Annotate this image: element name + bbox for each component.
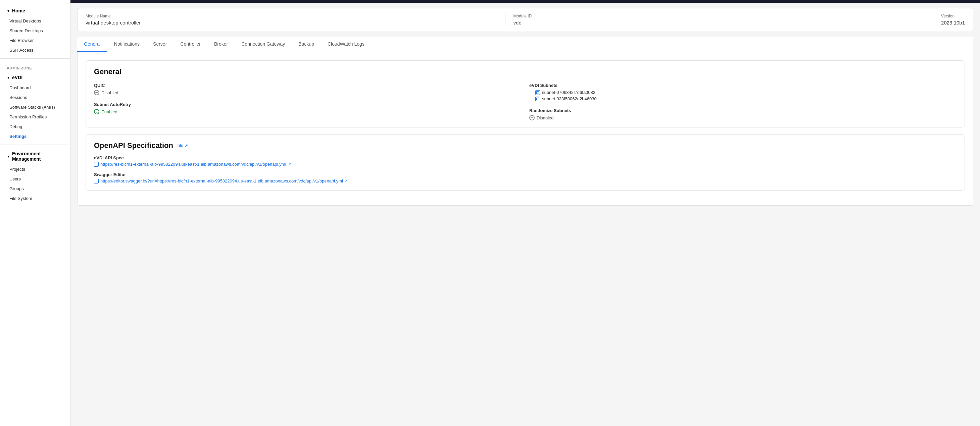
module-name-label: Module Name xyxy=(86,14,497,19)
openapi-title: OpenAPI Specification Info ↗ xyxy=(94,141,956,150)
evdi-subnets-field: eVDI Subnets subnet-0706342f7d6fa0082 su… xyxy=(529,83,956,101)
sidebar-item-shared-desktops[interactable]: Shared Desktops xyxy=(0,26,70,35)
tab-notifications[interactable]: Notifications xyxy=(107,37,146,52)
general-fields-grid: QUIC Disabled Subnet AutoRetry ✓ Enabled xyxy=(94,83,956,121)
subnet-item-0: subnet-0706342f7d6fa0082 xyxy=(535,90,956,95)
openapi-title-text: OpenAPI Specification xyxy=(94,141,173,150)
module-info-card: Module Name virtual-desktop-controller M… xyxy=(77,8,973,31)
openapi-section-card: OpenAPI Specification Info ↗ eVDI API Sp… xyxy=(86,134,965,191)
subnet-autoretry-field: Subnet AutoRetry ✓ Enabled xyxy=(94,102,521,114)
tab-broker[interactable]: Broker xyxy=(207,37,235,52)
main-content: Module Name virtual-desktop-controller M… xyxy=(70,0,980,426)
subnet-icon-1 xyxy=(535,97,540,101)
openapi-info-badge[interactable]: Info ↗ xyxy=(177,143,188,148)
sidebar-item-ssh-access[interactable]: SSH Access xyxy=(0,45,70,55)
sidebar-item-users[interactable]: Users xyxy=(0,174,70,184)
top-bar xyxy=(70,0,980,3)
sidebar-divider-2 xyxy=(0,145,70,145)
randomize-subnets-field: Randomize Subnets Disabled xyxy=(529,108,956,121)
randomize-subnets-disabled-icon xyxy=(529,115,535,121)
swagger-editor-label: Swagger Editor xyxy=(94,172,956,177)
quic-label: QUIC xyxy=(94,83,521,88)
swagger-editor-url: https://editor.swagger.io/?url=https://r… xyxy=(100,178,343,183)
evdi-api-spec-link[interactable]: https://res-bicfn1-external-alb-99582209… xyxy=(94,162,956,167)
subnet-autoretry-enabled-icon: ✓ xyxy=(94,109,99,114)
evdi-api-spec-url: https://res-bicfn1-external-alb-99582209… xyxy=(100,162,286,167)
swagger-editor-link[interactable]: https://editor.swagger.io/?url=https://r… xyxy=(94,178,956,183)
subnet-value-1: subnet-023f50062d2b46030 xyxy=(542,96,597,101)
sidebar-item-file-system[interactable]: File System xyxy=(0,194,70,203)
sidebar-item-virtual-desktops[interactable]: Virtual Desktops xyxy=(0,16,70,26)
sidebar-env-group[interactable]: ▼ Environment Management xyxy=(0,148,70,164)
api-spec-ext-icon: ↗ xyxy=(288,162,291,166)
sidebar-item-file-browser[interactable]: File Browser xyxy=(0,35,70,45)
module-id-label: Module ID xyxy=(514,14,925,19)
sidebar-env-label: Environment Management xyxy=(12,151,64,162)
sidebar-item-groups[interactable]: Groups xyxy=(0,184,70,194)
randomize-subnets-status-text: Disabled xyxy=(537,115,554,121)
sidebar-item-settings[interactable]: Settings xyxy=(0,132,70,141)
subnet-value-0: subnet-0706342f7d6fa0082 xyxy=(542,90,595,95)
evdi-subnets-label: eVDI Subnets xyxy=(529,83,956,88)
sidebar-evdi-group[interactable]: ▼ eVDI xyxy=(0,72,70,83)
module-name-value: virtual-desktop-controller xyxy=(86,20,497,25)
swagger-link-icon xyxy=(94,179,99,183)
general-section-card: General QUIC Disabled Subnet AutoRetry xyxy=(86,60,965,127)
module-version-field: Version 2023.10b1 xyxy=(941,14,965,25)
admin-zone-header: ADMIN ZONE xyxy=(0,62,70,72)
subnet-autoretry-label: Subnet AutoRetry xyxy=(94,102,521,107)
subnet-item-1: subnet-023f50062d2b46030 xyxy=(535,96,956,101)
tab-general[interactable]: General xyxy=(77,37,107,52)
subnet-list: subnet-0706342f7d6fa0082 subnet-023f5006… xyxy=(529,90,956,101)
tab-connection-gateway[interactable]: Connection Gateway xyxy=(235,37,292,52)
quic-value: Disabled xyxy=(94,90,521,95)
sidebar-home-group[interactable]: ▼ Home xyxy=(0,5,70,16)
quic-field: QUIC Disabled xyxy=(94,83,521,95)
general-right-column: eVDI Subnets subnet-0706342f7d6fa0082 su… xyxy=(529,83,956,121)
sidebar-item-software-stacks[interactable]: Software Stacks (AMIs) xyxy=(0,102,70,112)
sidebar-item-dashboard[interactable]: Dashboard xyxy=(0,83,70,92)
sidebar-item-sessions[interactable]: Sessions xyxy=(0,92,70,102)
randomize-subnets-value: Disabled xyxy=(529,115,956,121)
tab-controller[interactable]: Controller xyxy=(173,37,207,52)
tab-content-area: General QUIC Disabled Subnet AutoRetry xyxy=(77,52,973,206)
general-section-title: General xyxy=(94,67,956,76)
tab-cloudwatch-logs[interactable]: CloudWatch Logs xyxy=(321,37,371,52)
evdi-api-spec-label: eVDI API Spec xyxy=(94,155,956,161)
subnet-autoretry-status-text: Enabled xyxy=(101,109,118,114)
sidebar-item-projects[interactable]: Projects xyxy=(0,164,70,174)
sidebar-item-debug[interactable]: Debug xyxy=(0,122,70,132)
swagger-ext-icon: ↗ xyxy=(345,179,348,183)
subnet-autoretry-value: ✓ Enabled xyxy=(94,109,521,114)
module-id-field: Module ID vdc xyxy=(514,14,933,25)
sidebar-divider-1 xyxy=(0,58,70,59)
subnet-icon-0 xyxy=(535,90,540,95)
tab-backup[interactable]: Backup xyxy=(292,37,321,52)
tab-server[interactable]: Server xyxy=(146,37,173,52)
sidebar-home-label: Home xyxy=(12,8,25,13)
module-id-value: vdc xyxy=(514,20,925,25)
env-arrow-icon: ▼ xyxy=(7,155,10,158)
module-version-value: 2023.10b1 xyxy=(941,20,965,25)
sidebar-item-permission-profiles[interactable]: Permission Profiles xyxy=(0,112,70,122)
info-badge-label: Info xyxy=(177,143,183,148)
evdi-arrow-icon: ▼ xyxy=(7,76,10,79)
tabs-container: GeneralNotificationsServerControllerBrok… xyxy=(77,37,973,52)
module-version-label: Version xyxy=(941,14,965,19)
quic-disabled-icon xyxy=(94,90,99,95)
sidebar: ▼ Home Virtual Desktops Shared Desktops … xyxy=(0,0,70,426)
randomize-subnets-label: Randomize Subnets xyxy=(529,108,956,113)
general-left-column: QUIC Disabled Subnet AutoRetry ✓ Enabled xyxy=(94,83,521,121)
home-arrow-icon: ▼ xyxy=(7,9,10,13)
external-link-icon: ↗ xyxy=(185,143,188,148)
sidebar-evdi-label: eVDI xyxy=(12,75,22,80)
quic-status-text: Disabled xyxy=(101,90,118,95)
api-spec-link-icon xyxy=(94,162,99,167)
module-name-field: Module Name virtual-desktop-controller xyxy=(86,14,506,25)
